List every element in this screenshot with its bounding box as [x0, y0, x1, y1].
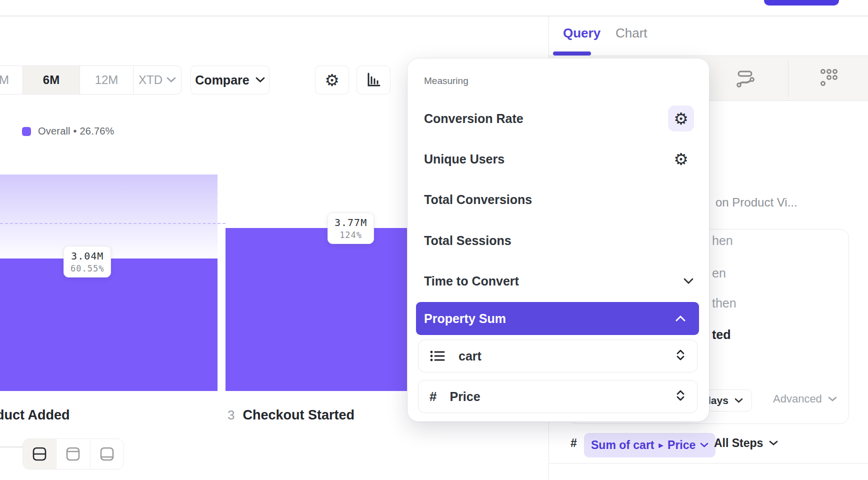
time-range-xtd[interactable]: XTD [133, 66, 181, 94]
unique-users-settings-button[interactable]: ⚙ [668, 146, 694, 172]
menu-item-property-sum-selected[interactable]: Property Sum [416, 302, 699, 335]
conversion-rate-settings-button[interactable]: ⚙ [668, 106, 694, 132]
all-steps-label: All Steps [714, 436, 763, 450]
expand-control [683, 278, 694, 284]
chevron-down-icon [683, 278, 694, 284]
panel-tabs: Query Chart [549, 16, 868, 56]
list-icon [430, 348, 446, 364]
step-name: Checkout Started [242, 408, 354, 423]
funnel-reference-dashed-line [0, 223, 226, 224]
menu-item-label: Conversion Rate [424, 112, 524, 126]
legend-bullet: • [74, 126, 77, 136]
advanced-dropdown[interactable]: Advanced [773, 392, 837, 406]
conversion-window-label: lays [708, 394, 728, 406]
menu-item-unique-users[interactable]: Unique Users ⚙ [408, 146, 709, 172]
legend-label: Overall • 26.76% [38, 126, 114, 137]
time-range-xtd-label: XTD [138, 73, 162, 87]
split-horizontal-icon [32, 446, 47, 462]
flows-button[interactable] [736, 68, 758, 90]
funnel-bar-dropoff-gradient [0, 174, 218, 258]
gear-icon: ⚙ [324, 72, 340, 88]
property-event-selector[interactable]: cart [418, 340, 698, 372]
tab-chart[interactable]: Chart [616, 26, 648, 41]
chevron-up-icon [675, 315, 686, 322]
chart-legend: Overall • 26.76% [22, 126, 114, 137]
step-row-fragment: hen [712, 234, 733, 248]
menu-item-total-sessions[interactable]: Total Sessions [408, 228, 709, 254]
layout-split-horizontal-button[interactable] [23, 439, 56, 469]
select-control [675, 389, 686, 404]
conversion-window-button[interactable]: lays [702, 390, 752, 412]
time-range-6m[interactable]: 6M [22, 66, 80, 94]
chevron-down-icon [769, 440, 778, 446]
top-bar [0, 0, 868, 16]
compare-label: Compare [195, 73, 249, 88]
chevron-down-icon [166, 77, 176, 83]
primary-action-button[interactable] [764, 0, 839, 6]
chevron-down-icon [700, 442, 708, 448]
menu-item-label: Total Conversions [424, 192, 532, 207]
step-row-fragment: en [712, 266, 726, 280]
selector-value: Price [450, 390, 480, 404]
selector-value: cart [458, 349, 482, 364]
chart-type-button[interactable] [356, 66, 390, 94]
popover-header: Measuring [424, 76, 468, 86]
top-bar-layout-icon [66, 446, 80, 462]
bottom-bar-layout-icon [100, 446, 114, 462]
compare-button[interactable]: Compare [190, 66, 270, 94]
measuring-popover: Measuring Conversion Rate ⚙ Unique Users… [408, 58, 709, 422]
step-label-checkout-started: 3 Checkout Started [228, 408, 354, 423]
time-range-12m[interactable]: 12M [80, 66, 133, 94]
funnel-chart-icon [364, 71, 382, 89]
menu-item-label: Unique Users [424, 152, 504, 166]
tab-query[interactable]: Query [563, 26, 600, 41]
toolbar-divider [788, 60, 788, 97]
step-row-fragment: ted [712, 328, 731, 342]
gear-icon: ⚙ [674, 151, 688, 168]
hash-icon: # [430, 389, 436, 404]
menu-item-label: Time to Convert [424, 274, 519, 288]
numeric-property-icon: # [570, 436, 577, 450]
chart-settings-button[interactable]: ⚙ [315, 66, 349, 94]
breakdown-row: # Sum of cart ▸ Price All Steps [549, 430, 868, 462]
badge-value: 3.04M [70, 250, 104, 262]
chevron-down-icon [734, 398, 743, 404]
up-down-icon [675, 348, 686, 362]
all-steps-dropdown[interactable]: All Steps [714, 436, 778, 450]
menu-item-time-to-convert[interactable]: Time to Convert [408, 268, 709, 294]
legend-swatch [22, 127, 31, 136]
badge-value: 3.77M [334, 216, 367, 228]
layout-top-bar-button[interactable] [56, 439, 90, 469]
legend-value: 26.76% [80, 126, 114, 136]
step-number: 3 [228, 408, 234, 423]
pill-arrow: ▸ [659, 440, 664, 450]
funnel-bar-checkout-started[interactable] [226, 228, 410, 391]
menu-item-total-conversions[interactable]: Total Conversions [408, 186, 709, 212]
up-down-icon [675, 389, 686, 402]
selected-item-label: Property Sum [424, 312, 506, 326]
chevron-down-icon [828, 396, 837, 402]
menu-item-conversion-rate[interactable]: Conversion Rate ⚙ [408, 106, 709, 132]
layout-toggle-group [22, 438, 124, 470]
more-apps-button[interactable] [818, 68, 840, 90]
menu-item-label: Total Sessions [424, 234, 512, 248]
sum-of-cart-price-pill[interactable]: Sum of cart ▸ Price [584, 433, 716, 458]
time-range-m[interactable]: M [0, 66, 22, 94]
funnel-value-badge: 3.04M 60.55% [64, 246, 111, 278]
time-range-segmented-control: M 6M 12M XTD [0, 66, 182, 94]
query-card-title-fragment: on Product Vi... [716, 196, 798, 210]
numeric-property-selector[interactable]: # Price [418, 380, 698, 413]
chevron-down-icon [256, 77, 265, 83]
pill-event-label: Sum of cart [591, 438, 654, 452]
chart-baseline [0, 446, 22, 448]
step-row-fragment: then [712, 296, 736, 310]
advanced-label: Advanced [773, 392, 822, 406]
legend-series: Overall [38, 126, 70, 136]
badge-percent: 60.55% [70, 264, 104, 274]
badge-percent: 124% [334, 230, 367, 240]
funnel-bar-product-added[interactable] [0, 258, 218, 391]
layout-bottom-bar-button[interactable] [90, 439, 124, 469]
gear-icon: ⚙ [674, 110, 688, 127]
funnel-value-badge: 3.77M 124% [328, 212, 374, 244]
pill-property-label: Price [668, 438, 696, 452]
